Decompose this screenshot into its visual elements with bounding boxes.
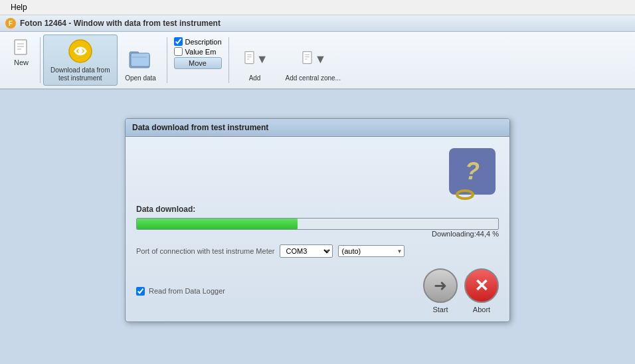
svg-rect-15: [303, 52, 312, 64]
read-logger-label: Read from Data Logger: [149, 287, 225, 295]
description-checkbox[interactable]: [174, 37, 183, 46]
download-button[interactable]: Download data fromtest instrument: [43, 35, 118, 86]
dialog-top: [136, 145, 499, 198]
data-download-dialog: Data download from test instrument Data …: [125, 118, 510, 322]
title-bar: F Foton 12464 - Window with data from te…: [0, 15, 635, 32]
read-logger-row: Read from Data Logger: [136, 287, 225, 296]
abort-circle: ✕: [464, 268, 499, 303]
app-icon: F: [5, 18, 16, 29]
mascot-ring: [456, 189, 474, 200]
toolbar: New Download data fromtest instrument O: [0, 32, 635, 90]
add-central-zone-arrow-icon: ▼: [314, 52, 326, 66]
new-label: New: [14, 58, 29, 66]
toolbar-sep-3: [228, 37, 229, 83]
abort-x-icon: ✕: [474, 276, 489, 296]
menu-bar: Help: [0, 0, 635, 15]
add-central-zone-button[interactable]: ▼ Add central zone...: [278, 35, 348, 86]
port-select-wrapper[interactable]: COM3: [280, 244, 333, 258]
move-button[interactable]: Move: [174, 57, 222, 69]
toolbar-checks: Description: [174, 37, 222, 46]
svg-rect-11: [244, 52, 253, 64]
description-check-row: Description: [174, 37, 222, 46]
progress-bar-container: [136, 218, 499, 230]
add-central-zone-label: Add central zone...: [286, 74, 341, 82]
data-download-label: Data download:: [136, 205, 499, 214]
value-em-check-row: Value Em: [174, 47, 222, 56]
toolbar-sep-2: [167, 37, 167, 83]
open-data-button[interactable]: Open data: [118, 35, 164, 86]
main-area: Data download from test instrument Data …: [0, 90, 635, 351]
open-data-label: Open data: [125, 74, 156, 82]
progress-bar-fill: [137, 219, 298, 229]
progress-section: Data download: Downloading:44,4 %: [136, 205, 499, 238]
add-icon: ▼: [242, 46, 268, 72]
add-button[interactable]: ▼ Add: [232, 35, 278, 86]
toolbar-group-move: Description Value Em Move: [170, 35, 226, 86]
menu-help[interactable]: Help: [5, 1, 33, 13]
question-mascot: [446, 145, 499, 198]
add-central-zone-icon: ▼: [300, 46, 326, 72]
action-buttons: ➜ Start ✕ Abort: [423, 268, 499, 314]
new-icon: [11, 37, 32, 58]
svg-rect-9: [131, 53, 149, 66]
value-em-label: Value Em: [185, 48, 217, 56]
auto-select-wrapper[interactable]: (auto): [338, 245, 405, 257]
open-data-icon: [128, 46, 154, 72]
toolbar-sep-1: [40, 37, 41, 83]
description-label: Description: [185, 38, 222, 46]
folder-icon: [128, 46, 153, 72]
refresh-download-icon: [67, 38, 94, 64]
start-button[interactable]: ➜ Start: [423, 268, 458, 314]
port-select[interactable]: COM3: [280, 244, 333, 258]
dialog-body: Data download: Downloading:44,4 % Port o…: [126, 137, 509, 266]
download-icon: [67, 38, 94, 64]
abort-button[interactable]: ✕ Abort: [464, 268, 499, 314]
start-circle: ➜: [423, 268, 458, 303]
mascot-shape: [449, 148, 496, 195]
dialog-title: Data download from test instrument: [126, 119, 509, 137]
new-button[interactable]: New: [5, 35, 37, 86]
svg-rect-0: [15, 40, 27, 54]
start-label: Start: [432, 306, 448, 314]
download-percent: Downloading:44,4 %: [136, 230, 499, 238]
download-label: Download data fromtest instrument: [50, 66, 110, 82]
abort-label: Abort: [473, 306, 490, 314]
start-arrow-icon: ➜: [434, 276, 447, 295]
add-arrow-icon: ▼: [256, 52, 268, 66]
port-row: Port of connection with test instrume Me…: [136, 244, 499, 258]
read-logger-checkbox[interactable]: [136, 287, 145, 296]
add-label: Add: [249, 74, 261, 82]
auto-select[interactable]: (auto): [338, 245, 405, 257]
dialog-footer: Read from Data Logger ➜ Start ✕ Abort: [126, 266, 509, 321]
value-em-checkbox[interactable]: [174, 47, 183, 56]
window-title: Foton 12464 - Window with data from test…: [20, 19, 221, 28]
port-label: Port of connection with test instrume Me…: [136, 247, 274, 255]
